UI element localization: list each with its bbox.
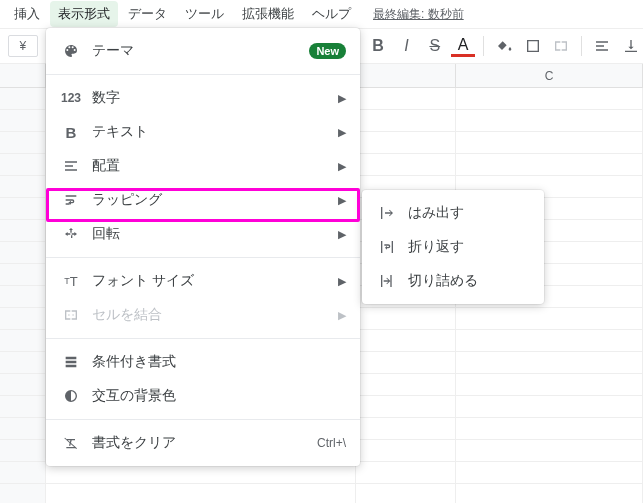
menu-item-number[interactable]: 123 数字 ▶ — [46, 81, 360, 115]
menu-item-label: テーマ — [92, 42, 309, 60]
vertical-align-button[interactable] — [619, 32, 643, 60]
menu-item-label: フォント サイズ — [92, 272, 338, 290]
new-badge: New — [309, 43, 346, 59]
submenu-arrow-icon: ▶ — [338, 275, 346, 288]
menu-format[interactable]: 表示形式 — [50, 1, 118, 27]
menu-separator — [46, 338, 360, 339]
italic-button[interactable]: I — [394, 32, 418, 60]
rotation-icon — [60, 226, 82, 242]
wrap-text-icon — [376, 239, 398, 255]
horizontal-align-button[interactable] — [590, 32, 614, 60]
submenu-arrow-icon: ▶ — [338, 160, 346, 173]
clip-icon — [376, 273, 398, 289]
merge-icon — [552, 38, 570, 54]
number-icon: 123 — [60, 91, 82, 105]
submenu-item-clip[interactable]: 切り詰める — [362, 264, 544, 298]
bold-button[interactable]: B — [366, 32, 390, 60]
menu-extensions[interactable]: 拡張機能 — [234, 1, 302, 27]
menu-separator — [46, 419, 360, 420]
menu-item-conditional-formatting[interactable]: 条件付き書式 — [46, 345, 360, 379]
menu-item-label: 交互の背景色 — [92, 387, 346, 405]
col-header[interactable] — [356, 64, 456, 87]
borders-icon — [525, 38, 541, 54]
menu-item-text[interactable]: B テキスト ▶ — [46, 115, 360, 149]
keyboard-shortcut: Ctrl+\ — [317, 436, 346, 450]
currency-format-button[interactable]: ¥ — [8, 35, 38, 57]
conditional-format-icon — [60, 354, 82, 370]
menu-item-label: 配置 — [92, 157, 338, 175]
menu-item-label: テキスト — [92, 123, 338, 141]
submenu-item-label: はみ出す — [408, 204, 464, 222]
format-menu-dropdown: テーマ New 123 数字 ▶ B テキスト ▶ 配置 ▶ ラッピング ▶ 回… — [46, 28, 360, 466]
bold-icon: B — [60, 124, 82, 141]
merge-cells-button[interactable] — [549, 32, 573, 60]
menu-item-fontsize[interactable]: TT フォント サイズ ▶ — [46, 264, 360, 298]
menu-item-label: 書式をクリア — [92, 434, 317, 452]
menu-item-alternating-colors[interactable]: 交互の背景色 — [46, 379, 360, 413]
menu-item-theme[interactable]: テーマ New — [46, 34, 360, 68]
menu-item-label: 回転 — [92, 225, 338, 243]
submenu-arrow-icon: ▶ — [338, 126, 346, 139]
merge-cells-icon — [60, 307, 82, 323]
menu-separator — [46, 74, 360, 75]
strikethrough-button[interactable]: S — [423, 32, 447, 60]
last-edit-link[interactable]: 最終編集: 数秒前 — [373, 6, 464, 23]
submenu-item-overflow[interactable]: はみ出す — [362, 196, 544, 230]
menu-item-label: ラッピング — [92, 191, 338, 209]
submenu-arrow-icon: ▶ — [338, 309, 346, 322]
align-icon — [60, 158, 82, 174]
toolbar-separator — [483, 36, 484, 56]
submenu-arrow-icon: ▶ — [338, 228, 346, 241]
menu-insert[interactable]: 挿入 — [6, 1, 48, 27]
borders-button[interactable] — [521, 32, 545, 60]
overflow-icon — [376, 205, 398, 221]
theme-icon — [60, 43, 82, 59]
menu-tools[interactable]: ツール — [177, 1, 232, 27]
fill-color-button[interactable] — [492, 32, 516, 60]
submenu-arrow-icon: ▶ — [338, 194, 346, 207]
submenu-item-label: 折り返す — [408, 238, 464, 256]
row-header-corner — [0, 64, 46, 87]
menu-item-label: セルを結合 — [92, 306, 338, 324]
menu-item-clear-formatting[interactable]: 書式をクリア Ctrl+\ — [46, 426, 360, 460]
submenu-item-wrap[interactable]: 折り返す — [362, 230, 544, 264]
menu-item-label: 条件付き書式 — [92, 353, 346, 371]
menu-data[interactable]: データ — [120, 1, 175, 27]
submenu-arrow-icon: ▶ — [338, 92, 346, 105]
clear-format-icon — [60, 435, 82, 451]
menu-separator — [46, 257, 360, 258]
fontsize-icon: TT — [60, 274, 82, 289]
paint-bucket-icon — [496, 38, 512, 54]
menu-bar: 挿入 表示形式 データ ツール 拡張機能 ヘルプ 最終編集: 数秒前 — [0, 0, 643, 28]
menu-item-merge: セルを結合 ▶ — [46, 298, 360, 332]
menu-item-wrapping[interactable]: ラッピング ▶ — [46, 183, 360, 217]
alternating-icon — [60, 388, 82, 404]
col-header-c[interactable]: C — [456, 64, 643, 87]
submenu-item-label: 切り詰める — [408, 272, 478, 290]
wrap-icon — [60, 192, 82, 208]
wrapping-submenu: はみ出す 折り返す 切り詰める — [362, 190, 544, 304]
toolbar-separator — [581, 36, 582, 56]
menu-help[interactable]: ヘルプ — [304, 1, 359, 27]
menu-item-label: 数字 — [92, 89, 338, 107]
valign-icon — [623, 38, 639, 54]
menu-item-rotation[interactable]: 回転 ▶ — [46, 217, 360, 251]
menu-item-alignment[interactable]: 配置 ▶ — [46, 149, 360, 183]
align-left-icon — [594, 38, 610, 54]
text-color-button[interactable]: A — [451, 35, 475, 57]
